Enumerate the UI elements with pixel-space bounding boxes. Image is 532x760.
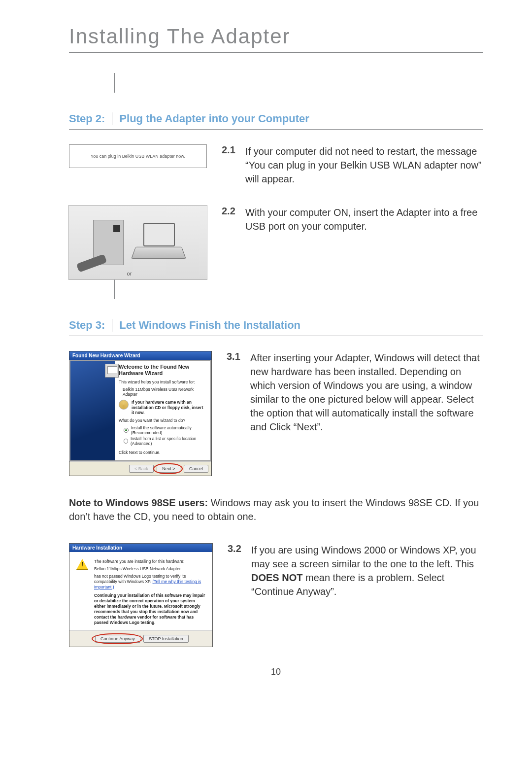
page-title: Installing The Adapter bbox=[69, 25, 483, 48]
page: Installing The Adapter Step 2: Plug the … bbox=[0, 0, 532, 697]
substep-3.2-bold: DOES NOT bbox=[251, 572, 302, 583]
wizard-button-row: < Back Next > Cancel bbox=[69, 461, 211, 476]
step2-label: Step 2: bbox=[69, 112, 112, 125]
step2-row-1: You can plug in Belkin USB WLAN adapter … bbox=[69, 144, 483, 186]
hardware-icon bbox=[105, 364, 119, 378]
step2-row-2: or 2.2 With your computer ON, insert the… bbox=[69, 206, 483, 279]
wizard-opt2-label: Install from a list or specific location… bbox=[131, 436, 206, 446]
hwinst-titlebar: Hardware Installation bbox=[69, 544, 212, 552]
or-label: or bbox=[127, 271, 132, 276]
step3-label: Step 3: bbox=[69, 319, 112, 332]
wizard-sidebar-graphic bbox=[70, 361, 115, 460]
wizard-heading: Welcome to the Found New Hardware Wizard bbox=[119, 364, 206, 377]
step3-header: Step 3: Let Windows Finish the Installat… bbox=[69, 319, 483, 336]
wizard-device: Belkin 11Mbps Wireless USB Network Adapt… bbox=[123, 387, 206, 397]
note-98se: Note to Windows 98SE users: Windows may … bbox=[69, 496, 483, 523]
substep-text: With your computer ON, insert the Adapte… bbox=[245, 206, 483, 233]
desktop-illustration bbox=[93, 220, 124, 265]
wizard-back-button[interactable]: < Back bbox=[129, 465, 154, 473]
wizard-option-advanced[interactable]: Install from a list or specific location… bbox=[124, 436, 206, 446]
continue-anyway-button[interactable]: Continue Anyway bbox=[95, 635, 140, 643]
figure-insert-adapter: or bbox=[69, 206, 207, 279]
wizard-question: What do you want the wizard to do? bbox=[119, 418, 206, 423]
substep-3.1: 3.1 After inserting your Adapter, Window… bbox=[227, 351, 483, 434]
substep-text: After inserting your Adapter, Windows wi… bbox=[250, 351, 483, 434]
radio-icon bbox=[124, 439, 128, 444]
step2-divider-tail bbox=[114, 73, 115, 93]
hwinst-line1: The software you are installing for this… bbox=[94, 559, 205, 564]
substep-3.2: 3.2 If you are using Windows 2000 or Win… bbox=[228, 543, 483, 598]
hwinst-warning: Continuing your installation of this sof… bbox=[94, 593, 205, 625]
wizard-cancel-button[interactable]: Cancel bbox=[184, 465, 208, 473]
step3-title: Let Windows Finish the Installation bbox=[112, 319, 300, 332]
substep-num: 3.2 bbox=[228, 543, 244, 598]
step2-header: Step 2: Plug the Adapter into your Compu… bbox=[69, 112, 483, 130]
hardware-installation-dialog: Hardware Installation The software you a… bbox=[69, 543, 213, 648]
found-new-hardware-wizard: Found New Hardware Wizard Welcome to the… bbox=[69, 351, 212, 476]
step3-divider-tail bbox=[114, 279, 115, 299]
substep-num: 3.1 bbox=[227, 351, 243, 434]
wizard-next-button[interactable]: Next > bbox=[157, 465, 180, 473]
laptop-illustration bbox=[133, 223, 183, 262]
plugin-message-text: You can plug in Belkin USB WLAN adapter … bbox=[69, 145, 206, 168]
wizard-line: This wizard helps you install software f… bbox=[119, 380, 206, 384]
step2-title: Plug the Adapter into your Computer bbox=[112, 112, 309, 125]
wizard-click-next: Click Next to continue. bbox=[119, 450, 206, 455]
warning-icon bbox=[76, 559, 88, 570]
substep-text: If your computer did not need to restart… bbox=[245, 144, 483, 186]
hwinst-device: Belkin 11Mbps Wireless USB Network Adapt… bbox=[94, 566, 205, 572]
radio-selected-icon bbox=[124, 428, 129, 433]
hwinst-button-row: Continue Anyway STOP Installation bbox=[69, 630, 212, 647]
title-rule bbox=[69, 52, 483, 53]
substep-2.1: 2.1 If your computer did not need to res… bbox=[222, 144, 483, 186]
cd-icon bbox=[119, 400, 129, 410]
substep-num: 2.2 bbox=[222, 206, 238, 233]
substep-num: 2.1 bbox=[222, 144, 238, 186]
substep-text: If you are using Windows 2000 or Windows… bbox=[251, 543, 483, 598]
figure-plugin-message: You can plug in Belkin USB WLAN adapter … bbox=[69, 144, 207, 168]
substep-2.2: 2.2 With your computer ON, insert the Ad… bbox=[222, 206, 483, 233]
page-number: 10 bbox=[69, 667, 483, 677]
wizard-option-auto[interactable]: Install the software automatically (Reco… bbox=[124, 425, 206, 435]
wizard-cd-hint: If your hardware came with an installati… bbox=[132, 400, 206, 415]
stop-installation-button[interactable]: STOP Installation bbox=[143, 635, 189, 643]
step3-row-2: Hardware Installation The software you a… bbox=[69, 543, 483, 648]
wizard-titlebar: Found New Hardware Wizard bbox=[69, 351, 211, 360]
wizard-opt1-label: Install the software automatically (Reco… bbox=[131, 425, 206, 435]
step3-row-1: Found New Hardware Wizard Welcome to the… bbox=[69, 351, 483, 476]
note-label: Note to Windows 98SE users: bbox=[69, 497, 208, 508]
substep-3.2-prefix: If you are using Windows 2000 or Windows… bbox=[251, 545, 476, 569]
